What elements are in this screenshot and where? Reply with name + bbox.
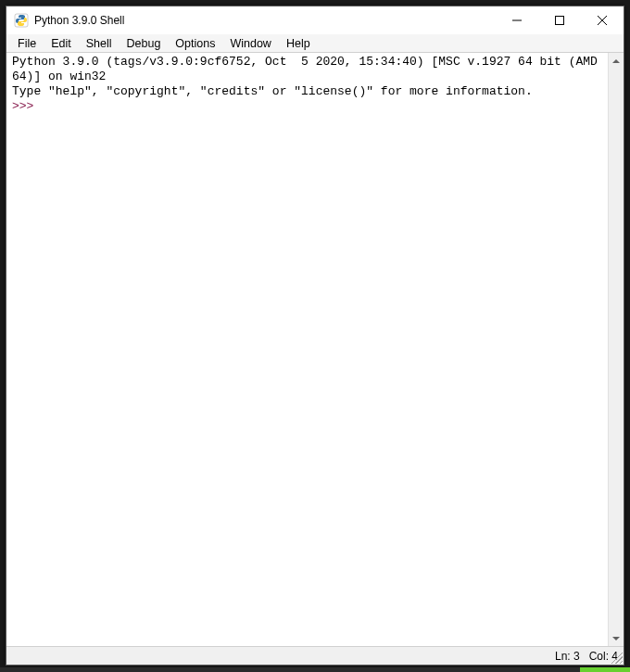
shell-prompt: >>> — [12, 99, 41, 113]
statusbar: Ln: 3 Col: 4 — [6, 646, 624, 665]
window-title: Python 3.9.0 Shell — [34, 14, 496, 27]
menu-file[interactable]: File — [10, 36, 44, 51]
vertical-scrollbar[interactable] — [608, 53, 624, 646]
idle-shell-window: Python 3.9.0 Shell File Edit Shell Debug… — [6, 6, 624, 666]
menu-options[interactable]: Options — [168, 36, 222, 51]
maximize-button[interactable] — [538, 6, 581, 34]
python-app-icon — [14, 13, 29, 28]
minimize-button[interactable] — [496, 6, 538, 34]
scroll-up-arrow[interactable] — [609, 53, 624, 69]
menu-help[interactable]: Help — [279, 36, 318, 51]
desktop-background: Python 3.9.0 Shell File Edit Shell Debug… — [0, 0, 630, 672]
svg-marker-6 — [612, 637, 620, 640]
cursor-position: Ln: 3 Col: 4 — [555, 650, 618, 663]
menu-shell[interactable]: Shell — [79, 36, 120, 51]
scroll-track[interactable] — [609, 69, 624, 630]
editor-area: Python 3.9.0 (tags/v3.9.0:9cf6752, Oct 5… — [6, 53, 624, 646]
svg-rect-2 — [556, 17, 564, 25]
banner-line-1: Python 3.9.0 (tags/v3.9.0:9cf6752, Oct 5… — [12, 55, 598, 83]
close-button[interactable] — [581, 6, 624, 34]
banner-line-2: Type "help", "copyright", "credits" or "… — [12, 84, 533, 98]
menu-edit[interactable]: Edit — [44, 36, 79, 51]
taskbar-edge — [0, 667, 630, 672]
svg-marker-5 — [612, 59, 620, 63]
menubar: File Edit Shell Debug Options Window Hel… — [6, 34, 624, 53]
menu-debug[interactable]: Debug — [120, 36, 169, 51]
scroll-down-arrow[interactable] — [609, 630, 624, 646]
menu-window[interactable]: Window — [222, 36, 278, 51]
titlebar[interactable]: Python 3.9.0 Shell — [6, 6, 624, 34]
window-controls — [496, 6, 624, 34]
shell-text-area[interactable]: Python 3.9.0 (tags/v3.9.0:9cf6752, Oct 5… — [6, 53, 608, 646]
